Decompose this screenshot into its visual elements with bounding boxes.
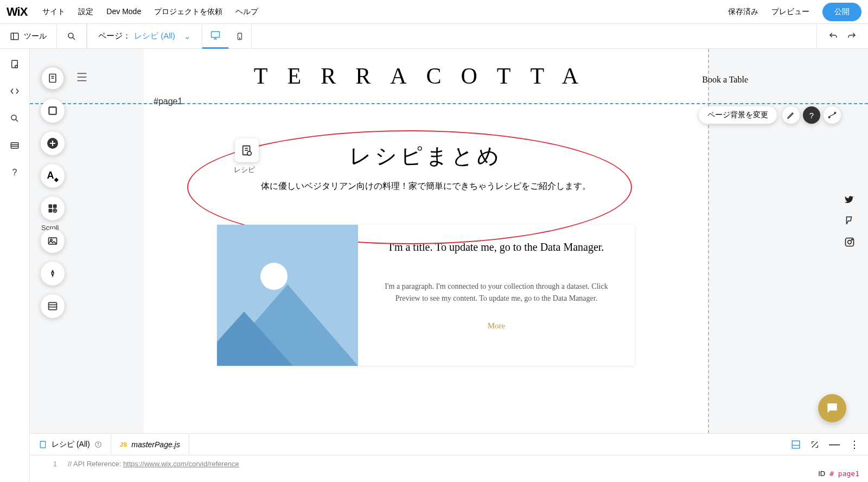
pen-icon xyxy=(787,111,795,119)
code-minimize-button[interactable]: — xyxy=(829,438,840,451)
top-menu-bar: WiX サイト 設定 Dev Mode プロジェクトを依頼 ヘルプ 保存済み プ… xyxy=(0,0,868,24)
code-tab-master[interactable]: JS masterPage.js xyxy=(111,434,189,455)
svg-rect-0 xyxy=(11,33,18,40)
card-paragraph[interactable]: I'm a paragraph. I'm connected to your c… xyxy=(378,281,615,305)
dataset-badge[interactable] xyxy=(235,138,259,162)
svg-point-11 xyxy=(11,115,16,120)
undo-icon xyxy=(828,31,839,41)
svg-rect-29 xyxy=(49,205,53,208)
tools-button[interactable]: ツール xyxy=(0,24,57,49)
code-tab-page-label: レシピ (All) xyxy=(52,440,90,449)
page-prefix: ページ： xyxy=(98,31,131,41)
rail-help-icon[interactable]: ? xyxy=(9,167,20,178)
floating-tool-column: A◆ xyxy=(41,66,65,318)
recipe-card[interactable]: I'm a title. To update me, go to the Dat… xyxy=(217,225,635,366)
main-menu: サイト 設定 Dev Mode プロジェクトを依頼 ヘルプ xyxy=(42,7,258,17)
svg-point-8 xyxy=(239,37,240,38)
mobile-view-button[interactable] xyxy=(228,24,251,49)
document-icon xyxy=(47,73,58,84)
theme-icon: A◆ xyxy=(47,170,59,182)
page-name: レシピ (All) xyxy=(134,31,175,41)
dataset-icon xyxy=(241,144,253,156)
info-icon[interactable] xyxy=(94,441,102,448)
path-round-button[interactable] xyxy=(824,106,841,124)
code-line[interactable]: 1 // API Reference: https://www.wix.com/… xyxy=(30,455,868,472)
plus-circle-icon xyxy=(46,137,59,150)
content-manager-button[interactable] xyxy=(41,294,65,318)
code-tab-page[interactable]: レシピ (All) xyxy=(30,434,111,455)
menu-dev-mode[interactable]: Dev Mode xyxy=(106,7,141,17)
menu-hire[interactable]: プロジェクトを依頼 xyxy=(154,7,222,17)
code-more-button[interactable]: ⋮ xyxy=(850,439,859,451)
blog-button[interactable] xyxy=(41,262,65,286)
id-value[interactable]: # page1 xyxy=(829,470,859,478)
rail-search-icon[interactable] xyxy=(9,113,20,124)
search-toolbar-button[interactable] xyxy=(57,24,87,49)
code-expand-button[interactable] xyxy=(810,440,819,449)
instagram-icon[interactable] xyxy=(844,237,855,248)
help-round-button[interactable]: ? xyxy=(803,106,820,124)
card-title[interactable]: I'm a title. To update me, go to the Dat… xyxy=(378,241,615,253)
device-toggle xyxy=(202,24,252,49)
menu-help[interactable]: ヘルプ xyxy=(235,7,258,17)
dataset-label: レシピ xyxy=(234,165,255,175)
rail-page-icon[interactable] xyxy=(9,59,20,69)
pen-nib-icon xyxy=(48,268,58,279)
edit-pen-button[interactable] xyxy=(782,106,800,124)
svg-rect-47 xyxy=(40,441,45,448)
image-icon xyxy=(47,236,58,246)
chevron-down-icon: ⌄ xyxy=(184,31,191,41)
book-table-link[interactable]: Book a Table xyxy=(702,75,748,85)
element-id-display: ID # page1 xyxy=(818,470,859,478)
hero-description[interactable]: 体に優しいベジタリアン向けの料理！家で簡単にできちゃうレシピをご紹介します。 xyxy=(144,181,708,192)
svg-point-50 xyxy=(98,443,98,443)
hamburger-icon[interactable] xyxy=(75,72,89,83)
svg-point-16 xyxy=(828,117,830,118)
svg-point-37 xyxy=(52,272,53,274)
layout-icon xyxy=(791,440,801,449)
placeholder-mountain2-icon xyxy=(217,312,293,366)
preview-button[interactable]: プレビュー xyxy=(771,7,809,17)
pages-panel-button[interactable] xyxy=(41,66,65,90)
media-button[interactable] xyxy=(41,229,65,253)
panel-icon xyxy=(10,31,20,41)
menu-site[interactable]: サイト xyxy=(42,7,65,17)
page-selector[interactable]: ページ： レシピ (All) ⌄ xyxy=(87,24,202,49)
add-button[interactable] xyxy=(41,131,65,155)
id-label: ID xyxy=(818,470,825,478)
undo-button[interactable] xyxy=(828,31,839,41)
svg-point-10 xyxy=(15,65,18,68)
page-anchor-label: #page1 xyxy=(154,97,182,106)
desktop-view-button[interactable] xyxy=(202,24,228,49)
code-tab-master-label: masterPage.js xyxy=(131,440,180,449)
tools-label: ツール xyxy=(24,31,47,41)
chat-fab[interactable] xyxy=(818,394,846,422)
saved-status: 保存済み xyxy=(728,7,758,17)
card-image-placeholder xyxy=(217,225,358,366)
js-icon: JS xyxy=(120,441,127,448)
code-panel-tabs: レシピ (All) JS masterPage.js — ⋮ xyxy=(30,434,868,455)
rail-code-icon[interactable] xyxy=(9,86,20,97)
redo-button[interactable] xyxy=(846,31,857,41)
code-layout-button[interactable] xyxy=(791,440,801,449)
apps-button[interactable] xyxy=(41,196,65,220)
twitter-icon[interactable] xyxy=(844,195,855,205)
undo-redo-group xyxy=(816,24,868,49)
card-more-link[interactable]: More xyxy=(378,321,615,331)
site-title[interactable]: TERRACOTTA xyxy=(254,63,598,89)
path-icon xyxy=(828,111,837,119)
rail-database-icon[interactable] xyxy=(9,140,20,151)
foursquare-icon[interactable] xyxy=(844,215,855,227)
redo-icon xyxy=(846,31,857,41)
code-url[interactable]: https://www.wix.com/corvid/reference xyxy=(123,460,239,468)
hero-title[interactable]: レシピまとめ xyxy=(144,141,708,171)
publish-button[interactable]: 公開 xyxy=(822,3,861,21)
code-panel: レシピ (All) JS masterPage.js — ⋮ 1 // API … xyxy=(30,433,868,482)
section-button[interactable] xyxy=(41,99,65,123)
theme-button[interactable]: A◆ xyxy=(41,164,65,188)
left-rail: ? xyxy=(0,49,30,482)
change-page-bg-button[interactable]: ページ背景を変更 xyxy=(699,106,777,124)
site-canvas[interactable]: TERRACOTTA Book a Table レシピ レシピまとめ 体に優しい… xyxy=(144,49,708,433)
apps-icon xyxy=(47,203,58,214)
menu-settings[interactable]: 設定 xyxy=(78,7,93,17)
